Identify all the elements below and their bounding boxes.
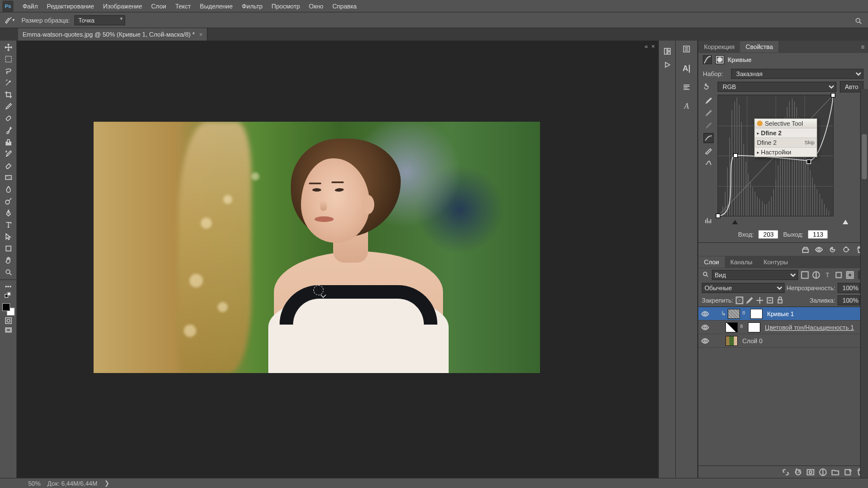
history-brush-tool-icon[interactable] [1, 148, 16, 159]
visibility-toggle-icon[interactable] [701, 336, 710, 345]
clip-histogram-icon[interactable] [703, 215, 714, 225]
selective-tool-window[interactable]: Selective Tool ▸Dfine 2 Dfine 2Skip ▸Нас… [754, 118, 817, 157]
paragraph-panel-icon[interactable] [680, 81, 693, 94]
menu-edit[interactable]: Редактирование [42, 1, 99, 11]
layer-name[interactable]: Кривые 1 [765, 310, 866, 317]
panel-menu-icon[interactable]: ≡ [858, 43, 868, 50]
filter-type-select[interactable]: Вид [712, 270, 798, 280]
path-select-tool-icon[interactable] [1, 231, 16, 242]
dodge-tool-icon[interactable] [1, 196, 16, 207]
tab-properties[interactable]: Свойства [740, 41, 778, 52]
channel-select[interactable]: RGB [718, 82, 836, 92]
screenmode-icon[interactable] [1, 326, 16, 335]
layer-hue-sat-1[interactable]: 8 Цветовой тон/Насыщенность 1 [698, 321, 868, 334]
lock-pixels-icon[interactable] [746, 296, 754, 304]
brush-tool-icon[interactable] [1, 125, 16, 136]
glyphs-panel-icon[interactable]: A [680, 100, 693, 113]
zoom-tool-icon[interactable] [1, 267, 16, 278]
collapse-panels-icon[interactable]: « [644, 43, 648, 50]
pen-tool-icon[interactable] [1, 207, 16, 219]
zoom-level[interactable]: 50% [28, 480, 41, 487]
panel-scrollbar[interactable] [860, 89, 868, 478]
search-icon[interactable] [854, 17, 862, 26]
filter-search-icon[interactable] [702, 270, 710, 280]
input-value-field[interactable] [758, 230, 778, 239]
eyedropper-black-icon[interactable] [703, 96, 714, 106]
layer-curves-1[interactable]: ↳ 8 Кривые 1 [698, 307, 868, 321]
curve-point-1[interactable] [733, 153, 738, 158]
selective-tool-item-1[interactable]: ▸Dfine 2 [755, 128, 817, 137]
menu-text[interactable]: Текст [171, 1, 196, 11]
tab-channels[interactable]: Каналы [725, 256, 758, 268]
selective-tool-settings[interactable]: ▸Настройки [755, 147, 817, 157]
arrange-icon[interactable] [663, 47, 671, 56]
hand-tool-icon[interactable] [1, 255, 16, 266]
healing-tool-icon[interactable] [1, 113, 16, 124]
input-range-slider[interactable] [732, 220, 848, 225]
document-canvas[interactable] [94, 122, 540, 373]
menu-help[interactable]: Справка [328, 1, 361, 11]
visibility-toggle-icon[interactable] [701, 323, 710, 332]
eyedropper-tool-icon[interactable] [1, 101, 16, 112]
menu-layers[interactable]: Слои [147, 1, 171, 11]
curve-point-active[interactable] [807, 159, 811, 164]
eyedropper-white-icon[interactable] [703, 121, 714, 131]
menu-filter[interactable]: Фильтр [237, 1, 267, 11]
curve-edit-icon[interactable] [703, 133, 714, 143]
menu-window[interactable]: Окно [304, 1, 328, 11]
toggle-visibility-icon[interactable] [814, 245, 824, 255]
curve-point-highlight[interactable] [831, 93, 835, 97]
selective-tool-item-2[interactable]: Dfine 2Skip [755, 137, 817, 147]
layer-background[interactable]: Слой 0 [698, 334, 868, 348]
menu-select[interactable]: Выделение [196, 1, 237, 11]
previous-state-icon[interactable] [827, 245, 838, 255]
new-layer-icon[interactable] [843, 468, 852, 477]
gradient-tool-icon[interactable] [1, 172, 16, 183]
play-icon[interactable] [663, 61, 671, 70]
new-adjustment-icon[interactable] [818, 468, 827, 477]
mask-link-icon[interactable]: 8 [740, 323, 746, 331]
black-point-slider[interactable] [732, 220, 738, 224]
fill-field[interactable] [838, 295, 860, 305]
filter-adjust-icon[interactable] [812, 270, 821, 280]
smooth-curve-icon[interactable] [703, 158, 714, 168]
quickmask-icon[interactable] [1, 316, 16, 325]
add-mask-icon[interactable] [806, 468, 815, 477]
layer-name[interactable]: Слой 0 [740, 338, 866, 344]
menu-image[interactable]: Изображение [99, 1, 147, 11]
clip-to-layer-icon[interactable] [800, 245, 811, 255]
opacity-field[interactable] [838, 283, 860, 293]
layer-mask-thumb[interactable] [750, 309, 763, 319]
default-colors-icon[interactable] [1, 291, 16, 300]
close-panel-icon[interactable]: × [652, 43, 655, 50]
move-tool-icon[interactable] [1, 42, 16, 53]
tab-correction[interactable]: Коррекция [698, 41, 740, 52]
link-layers-icon[interactable] [781, 468, 790, 477]
tab-layers[interactable]: Слои [698, 256, 725, 268]
magic-wand-tool-icon[interactable] [1, 77, 16, 88]
white-point-slider[interactable] [843, 220, 848, 224]
selective-tool-titlebar[interactable]: Selective Tool [755, 119, 817, 128]
stamp-tool-icon[interactable] [1, 136, 16, 148]
tab-paths[interactable]: Контуры [758, 256, 794, 268]
layer-name[interactable]: Цветовой тон/Насыщенность 1 [763, 324, 866, 331]
finger-scrub-icon[interactable] [703, 82, 714, 91]
canvas-area[interactable]: « × [17, 41, 658, 478]
filter-shape-icon[interactable] [834, 270, 843, 280]
lock-all-icon[interactable] [776, 296, 784, 304]
new-group-icon[interactable] [831, 468, 840, 477]
blend-mode-select[interactable]: Обычные [702, 283, 785, 293]
menu-view[interactable]: Просмотр [267, 1, 304, 11]
document-size[interactable]: Док: 6,44M/6,44M [47, 480, 98, 487]
color-swatches[interactable] [2, 303, 15, 316]
layer-style-icon[interactable]: fx [794, 468, 803, 477]
pencil-curve-icon[interactable] [703, 145, 714, 156]
close-tab-icon[interactable]: × [200, 32, 203, 38]
layer-mask-thumb[interactable] [748, 322, 760, 332]
status-chevron-icon[interactable]: ❯ [104, 480, 109, 487]
visibility-toggle-icon[interactable] [701, 309, 710, 318]
lock-transparency-icon[interactable] [736, 296, 743, 304]
current-tool-icon[interactable]: ▾ [5, 15, 17, 25]
character-panel-icon[interactable]: A| [680, 62, 693, 74]
filter-type-icon[interactable]: T [823, 270, 832, 280]
